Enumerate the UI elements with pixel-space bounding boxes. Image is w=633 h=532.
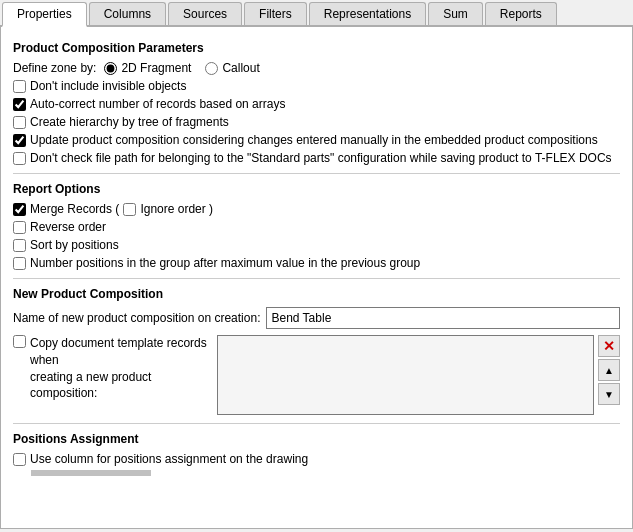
checkbox-sort-label: Sort by positions bbox=[30, 238, 119, 252]
zone-radio-group: 2D Fragment Callout bbox=[104, 61, 259, 75]
checkbox-filepath-row: Don't check file path for belonging to t… bbox=[13, 151, 620, 165]
checkbox-filepath-label: Don't check file path for belonging to t… bbox=[30, 151, 612, 165]
checkbox-positions[interactable] bbox=[13, 453, 26, 466]
positions-title: Positions Assignment bbox=[13, 432, 620, 446]
checkbox-autocorrect-row: Auto-correct number of records based on … bbox=[13, 97, 620, 111]
checkbox-update-label: Update product composition considering c… bbox=[30, 133, 598, 147]
radio-callout[interactable]: Callout bbox=[205, 61, 259, 75]
radio-2d-input[interactable] bbox=[104, 62, 117, 75]
tab-properties[interactable]: Properties bbox=[2, 2, 87, 27]
checkbox-reverse-row: Reverse order bbox=[13, 220, 620, 234]
radio-2d-label: 2D Fragment bbox=[121, 61, 191, 75]
divider-2 bbox=[13, 278, 620, 279]
checkbox-autocorrect-label: Auto-correct number of records based on … bbox=[30, 97, 285, 111]
tab-sum[interactable]: Sum bbox=[428, 2, 483, 25]
up-button[interactable]: ▲ bbox=[598, 359, 620, 381]
tab-representations[interactable]: Representations bbox=[309, 2, 426, 25]
copy-label-line2: creating a new product composition: bbox=[30, 370, 151, 401]
checkbox-update-row: Update product composition considering c… bbox=[13, 133, 620, 147]
copy-area: Copy document template records when crea… bbox=[13, 335, 620, 415]
divider-1 bbox=[13, 173, 620, 174]
merge-label: Merge Records ( bbox=[30, 202, 119, 216]
checkbox-invisible[interactable] bbox=[13, 80, 26, 93]
checkbox-number[interactable] bbox=[13, 257, 26, 270]
merge-records-row: Merge Records ( Ignore order ) bbox=[13, 202, 620, 216]
checkbox-sort-row: Sort by positions bbox=[13, 238, 620, 252]
copy-label-line1: Copy document template records when bbox=[30, 336, 207, 367]
down-button[interactable]: ▼ bbox=[598, 383, 620, 405]
checkbox-number-label: Number positions in the group after maxi… bbox=[30, 256, 420, 270]
copy-label-text: Copy document template records when crea… bbox=[30, 335, 213, 402]
checkbox-reverse[interactable] bbox=[13, 221, 26, 234]
checkbox-update[interactable] bbox=[13, 134, 26, 147]
tab-sources[interactable]: Sources bbox=[168, 2, 242, 25]
name-label: Name of new product composition on creat… bbox=[13, 311, 260, 325]
report-options-title: Report Options bbox=[13, 182, 620, 196]
positions-checkbox-label: Use column for positions assignment on t… bbox=[30, 452, 308, 466]
radio-callout-input[interactable] bbox=[205, 62, 218, 75]
checkbox-sort[interactable] bbox=[13, 239, 26, 252]
name-input[interactable] bbox=[266, 307, 620, 329]
tab-reports[interactable]: Reports bbox=[485, 2, 557, 25]
checkbox-copy[interactable] bbox=[13, 335, 26, 348]
name-row: Name of new product composition on creat… bbox=[13, 307, 620, 329]
checkbox-number-row: Number positions in the group after maxi… bbox=[13, 256, 620, 270]
ignore-order-label: Ignore order ) bbox=[140, 202, 213, 216]
checkbox-ignore-order[interactable] bbox=[123, 203, 136, 216]
product-composition-title: Product Composition Parameters bbox=[13, 41, 620, 55]
tab-filters[interactable]: Filters bbox=[244, 2, 307, 25]
copy-textarea[interactable] bbox=[217, 335, 594, 415]
define-zone-row: Define zone by: 2D Fragment Callout bbox=[13, 61, 620, 75]
copy-buttons: ✕ ▲ ▼ bbox=[598, 335, 620, 415]
tab-bar: Properties Columns Sources Filters Repre… bbox=[0, 0, 633, 27]
divider-3 bbox=[13, 423, 620, 424]
positions-bar bbox=[31, 470, 151, 476]
tab-columns[interactable]: Columns bbox=[89, 2, 166, 25]
checkbox-hierarchy-row: Create hierarchy by tree of fragments bbox=[13, 115, 620, 129]
checkbox-invisible-label: Don't include invisible objects bbox=[30, 79, 186, 93]
positions-checkbox-row: Use column for positions assignment on t… bbox=[13, 452, 620, 466]
checkbox-hierarchy-label: Create hierarchy by tree of fragments bbox=[30, 115, 229, 129]
checkbox-filepath[interactable] bbox=[13, 152, 26, 165]
checkbox-hierarchy[interactable] bbox=[13, 116, 26, 129]
radio-2d-fragment[interactable]: 2D Fragment bbox=[104, 61, 191, 75]
define-zone-label: Define zone by: bbox=[13, 61, 96, 75]
checkbox-reverse-label: Reverse order bbox=[30, 220, 106, 234]
copy-label-container: Copy document template records when crea… bbox=[13, 335, 213, 415]
checkbox-invisible-row: Don't include invisible objects bbox=[13, 79, 620, 93]
new-product-title: New Product Composition bbox=[13, 287, 620, 301]
checkbox-autocorrect[interactable] bbox=[13, 98, 26, 111]
checkbox-merge[interactable] bbox=[13, 203, 26, 216]
properties-content: Product Composition Parameters Define zo… bbox=[0, 27, 633, 529]
radio-callout-label: Callout bbox=[222, 61, 259, 75]
positions-section: Positions Assignment Use column for posi… bbox=[13, 432, 620, 476]
delete-button[interactable]: ✕ bbox=[598, 335, 620, 357]
